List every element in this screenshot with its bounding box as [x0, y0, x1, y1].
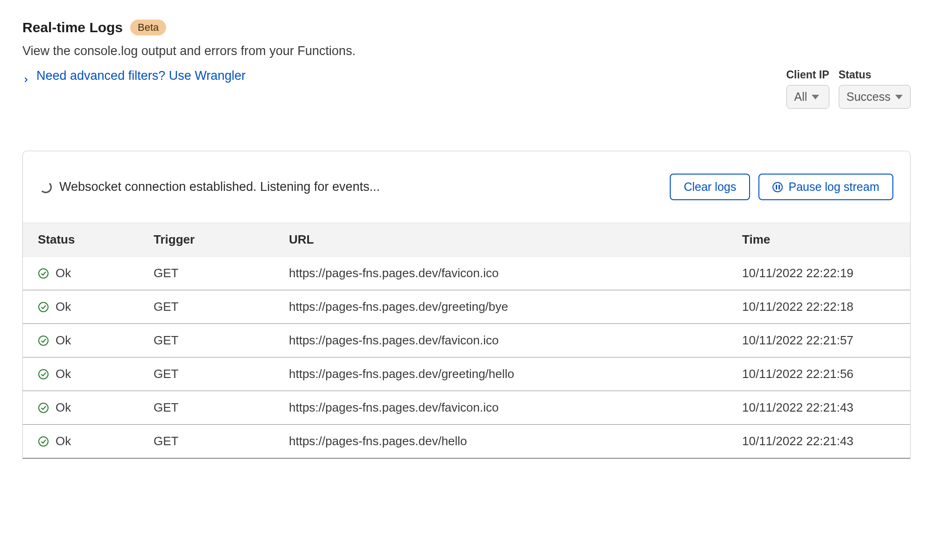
- table-row[interactable]: OkGEThttps://pages-fns.pages.dev/greetin…: [23, 290, 910, 324]
- panel-top: Websocket connection established. Listen…: [23, 151, 910, 223]
- chevron-right-icon: [22, 72, 30, 80]
- table-row[interactable]: OkGEThttps://pages-fns.pages.dev/favicon…: [23, 391, 910, 425]
- svg-point-0: [39, 269, 48, 278]
- beta-badge: Beta: [130, 20, 166, 35]
- svg-point-2: [39, 336, 48, 345]
- client-ip-select[interactable]: All: [786, 85, 829, 109]
- time-cell: 10/11/2022 22:21:56: [742, 357, 910, 391]
- caret-down-icon: [812, 95, 819, 99]
- table-row[interactable]: OkGEThttps://pages-fns.pages.dev/favicon…: [23, 324, 910, 357]
- check-circle-icon: [38, 335, 49, 346]
- page-root: Real-time Logs Beta View the console.log…: [0, 0, 933, 459]
- status-text: Ok: [56, 367, 71, 381]
- url-cell: https://pages-fns.pages.dev/favicon.ico: [289, 391, 742, 425]
- status-cell: Ok: [38, 266, 154, 280]
- url-cell: https://pages-fns.pages.dev/hello: [289, 425, 742, 458]
- time-cell: 10/11/2022 22:21:43: [742, 391, 910, 425]
- time-cell: 10/11/2022 22:21:57: [742, 324, 910, 357]
- svg-point-4: [39, 403, 48, 413]
- trigger-cell: GET: [154, 324, 289, 357]
- clear-logs-label: Clear logs: [684, 180, 737, 194]
- time-cell: 10/11/2022 22:22:19: [742, 257, 910, 290]
- table-body: OkGEThttps://pages-fns.pages.dev/favicon…: [23, 257, 910, 458]
- caret-down-icon: [895, 95, 903, 99]
- status-text: Ok: [56, 400, 71, 415]
- col-url-header: URL: [289, 223, 742, 257]
- svg-point-3: [39, 370, 48, 379]
- status-cell: Ok: [38, 400, 154, 415]
- check-circle-icon: [38, 436, 49, 447]
- table-row[interactable]: OkGEThttps://pages-fns.pages.dev/favicon…: [23, 257, 910, 290]
- col-time-header: Time: [742, 223, 910, 257]
- url-cell: https://pages-fns.pages.dev/greeting/hel…: [289, 357, 742, 391]
- status-filter-label: Status: [839, 69, 911, 81]
- col-trigger-header: Trigger: [154, 223, 289, 257]
- spinner-icon: [40, 181, 52, 193]
- status-cell: Ok: [38, 434, 154, 448]
- trigger-cell: GET: [154, 357, 289, 391]
- svg-point-1: [39, 302, 48, 312]
- client-ip-value: All: [794, 90, 807, 104]
- pause-log-stream-label: Pause log stream: [788, 180, 879, 194]
- trigger-cell: GET: [154, 257, 289, 290]
- connection-status-text: Websocket connection established. Listen…: [59, 180, 380, 194]
- url-cell: https://pages-fns.pages.dev/greeting/bye: [289, 290, 742, 324]
- check-circle-icon: [38, 369, 49, 380]
- trigger-cell: GET: [154, 425, 289, 458]
- status-text: Ok: [56, 434, 71, 448]
- client-ip-label: Client IP: [786, 69, 829, 81]
- advanced-filters-link[interactable]: Need advanced filters? Use Wrangler: [22, 69, 246, 83]
- status-cell: Ok: [38, 300, 154, 314]
- panel-actions: Clear logs Pause log stream: [670, 174, 893, 200]
- header: Real-time Logs Beta: [22, 20, 911, 35]
- check-circle-icon: [38, 268, 49, 279]
- table-header: Status Trigger URL Time: [23, 223, 910, 257]
- url-cell: https://pages-fns.pages.dev/favicon.ico: [289, 324, 742, 357]
- url-cell: https://pages-fns.pages.dev/favicon.ico: [289, 257, 742, 290]
- time-cell: 10/11/2022 22:22:18: [742, 290, 910, 324]
- logs-table: Status Trigger URL Time OkGEThttps://pag…: [23, 223, 910, 458]
- connection-status: Websocket connection established. Listen…: [40, 180, 380, 194]
- pause-log-stream-button[interactable]: Pause log stream: [758, 174, 893, 200]
- status-cell: Ok: [38, 333, 154, 348]
- trigger-cell: GET: [154, 290, 289, 324]
- clear-logs-button[interactable]: Clear logs: [670, 174, 751, 200]
- svg-point-5: [39, 437, 48, 446]
- status-filter-value: Success: [847, 90, 891, 104]
- status-filter-select[interactable]: Success: [839, 85, 911, 109]
- advanced-filters-link-text[interactable]: Need advanced filters? Use Wrangler: [36, 69, 246, 83]
- check-circle-icon: [38, 402, 49, 413]
- page-bottom-divider: [22, 458, 911, 459]
- status-text: Ok: [56, 300, 71, 314]
- page-title: Real-time Logs: [22, 20, 123, 35]
- client-ip-filter-group: Client IP All: [786, 69, 829, 109]
- pause-icon: [772, 182, 783, 192]
- filters: Client IP All Status Success: [786, 69, 911, 109]
- logs-panel: Websocket connection established. Listen…: [22, 151, 911, 459]
- status-cell: Ok: [38, 367, 154, 381]
- page-subtitle: View the console.log output and errors f…: [22, 44, 911, 58]
- table-row[interactable]: OkGEThttps://pages-fns.pages.dev/greetin…: [23, 357, 910, 391]
- status-filter-group: Status Success: [839, 69, 911, 109]
- time-cell: 10/11/2022 22:21:43: [742, 425, 910, 458]
- col-status-header: Status: [23, 223, 154, 257]
- status-text: Ok: [56, 266, 71, 280]
- mid-row: Need advanced filters? Use Wrangler Clie…: [22, 69, 911, 109]
- check-circle-icon: [38, 301, 49, 313]
- trigger-cell: GET: [154, 391, 289, 425]
- table-row[interactable]: OkGEThttps://pages-fns.pages.dev/hello10…: [23, 425, 910, 458]
- status-text: Ok: [56, 333, 71, 348]
